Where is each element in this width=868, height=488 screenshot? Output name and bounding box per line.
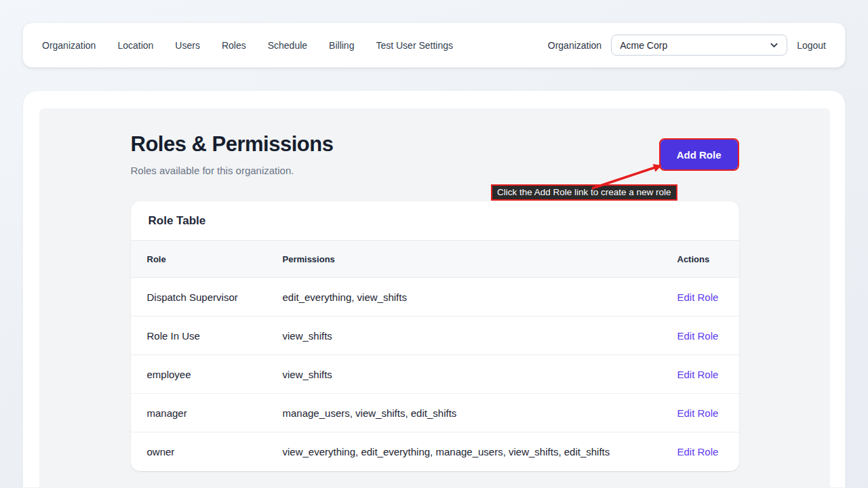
role-cell: employee [131,355,283,394]
table-row: Role In Use view_shifts Edit Role [131,317,739,355]
edit-role-link[interactable]: Edit Role [677,369,719,380]
column-header-role: Role [131,241,283,278]
page-title: Roles & Permissions [131,132,739,157]
nav-link[interactable]: Test User Settings [376,40,453,51]
edit-role-link[interactable]: Edit Role [677,330,719,342]
nav-link[interactable]: Roles [222,40,246,51]
actions-cell: Edit Role [677,355,739,394]
page-subtitle: Roles available for this organization. [131,163,739,178]
permissions-cell: edit_everything, view_shifts [283,278,677,317]
column-header-permissions: Permissions [283,241,677,278]
nav-links: Organization Location Users Roles Schedu… [42,39,453,52]
organization-select[interactable]: Acme Corp [611,35,787,56]
nav-link[interactable]: Schedule [268,40,307,51]
nav-item: Users [175,39,200,52]
nav-item: Billing [329,39,354,52]
top-navbar: Organization Location Users Roles Schedu… [22,22,846,68]
nav-link[interactable]: Billing [329,40,354,51]
nav-item: Schedule [268,39,307,52]
nav-right-group: Organization Acme Corp Logout [548,35,826,56]
nav-item: Organization [42,39,96,52]
edit-role-link[interactable]: Edit Role [677,291,719,303]
table-body: Dispatch Supervisor edit_everything, vie… [131,278,739,471]
permissions-cell: view_shifts [283,355,677,394]
role-cell: owner [131,432,283,471]
actions-cell: Edit Role [677,317,739,355]
role-cell: Role In Use [131,317,283,355]
table-row: manager manage_users, view_shifts, edit_… [131,394,739,432]
main-card: Roles & Permissions Roles available for … [22,90,846,488]
permissions-cell: view_shifts [283,317,677,355]
organization-select-label: Organization [548,40,601,51]
content-wrapper: Roles & Permissions Roles available for … [131,108,739,471]
actions-cell: Edit Role [677,394,739,432]
actions-cell: Edit Role [677,278,739,317]
nav-link[interactable]: Organization [42,40,96,51]
chevron-down-icon [770,41,778,49]
edit-role-link[interactable]: Edit Role [677,407,719,419]
permissions-cell: manage_users, view_shifts, edit_shifts [283,394,677,432]
role-cell: Dispatch Supervisor [131,278,283,317]
table-row: owner view_everything, edit_everything, … [131,432,739,471]
content-panel: Roles & Permissions Roles available for … [39,108,830,488]
nav-item: Test User Settings [376,39,453,52]
table-row: employee view_shifts Edit Role [131,355,739,394]
nav-item: Roles [222,39,246,52]
role-table-title: Role Table [131,201,739,240]
table-row: Dispatch Supervisor edit_everything, vie… [131,278,739,317]
organization-select-value: Acme Corp [620,40,667,51]
permissions-cell: view_everything, edit_everything, manage… [283,432,677,471]
logout-link[interactable]: Logout [797,40,826,51]
edit-role-link[interactable]: Edit Role [677,446,719,458]
annotation-tooltip: Click the Add Role link to create a new … [491,184,677,201]
add-role-button[interactable]: Add Role [660,140,738,169]
nav-link[interactable]: Users [175,40,200,51]
role-cell: manager [131,394,283,432]
nav-item: Location [117,39,153,52]
actions-cell: Edit Role [677,432,739,471]
role-table: Role Permissions Actions Dispatch Superv… [131,240,739,471]
nav-link[interactable]: Location [117,40,153,51]
column-header-actions: Actions [677,241,739,278]
table-header-row: Role Permissions Actions [131,241,739,278]
role-table-card: Role Table Role Permissions Actions [131,201,739,471]
